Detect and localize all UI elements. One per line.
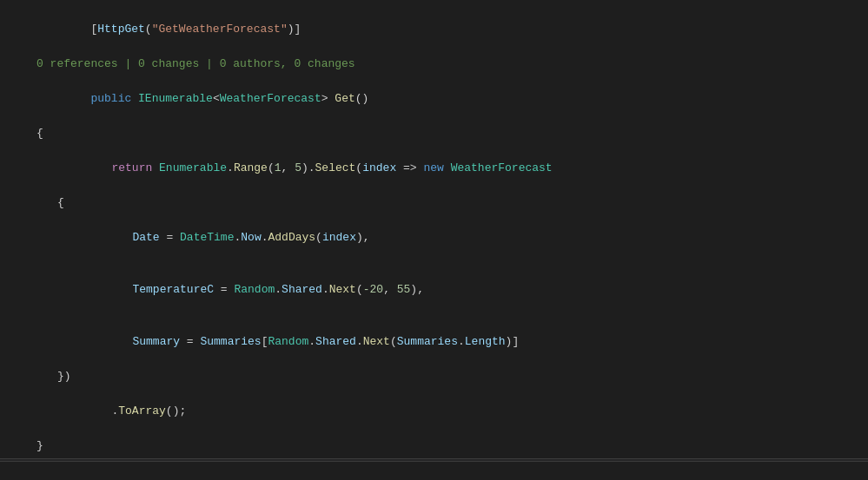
line: [HttpGet("GetNumberOfForecasts/{amount}"… [0, 465, 868, 480]
code-line-content: public IEnumerable<WeatherForecast> Get(… [36, 73, 368, 125]
code-line-content: [HttpGet("GetNumberOfForecasts/{amount}"… [36, 465, 375, 480]
line: { [0, 125, 868, 142]
code-line-content: Summary = Summaries[Random.Shared.Next(S… [36, 316, 519, 368]
code-line-content: { [36, 194, 64, 212]
line: [HttpGet("GetWeatherForecast")] [0, 3, 868, 56]
line: TemperatureC = Random.Shared.Next(-20, 5… [0, 264, 868, 316]
code-line-content: TemperatureC = Random.Shared.Next(-20, 5… [36, 264, 424, 316]
line: } [0, 437, 868, 455]
line: Summary = Summaries[Random.Shared.Next(S… [0, 316, 868, 368]
code-editor: [HttpGet("GetWeatherForecast")] 0 refere… [0, 0, 868, 480]
code-line-content: } [36, 437, 43, 455]
line: Date = DateTime.Now.AddDays(index), [0, 212, 868, 264]
line-meta: 0 references | 0 changes | 0 authors, 0 … [0, 56, 868, 73]
code-block-2: [HttpGet("GetNumberOfForecasts/{amount}"… [0, 462, 868, 480]
code-line-content: Date = DateTime.Now.AddDays(index), [36, 212, 370, 264]
code-line-content: return Enumerable.Range(1, 5).Select(ind… [36, 142, 553, 194]
line: return Enumerable.Range(1, 5).Select(ind… [0, 142, 868, 194]
code-line-content: }) [36, 368, 71, 385]
line: { [0, 194, 868, 212]
meta-references: 0 references | 0 changes | 0 authors, 0 … [36, 56, 355, 73]
code-block-1: [HttpGet("GetWeatherForecast")] 0 refere… [0, 0, 868, 458]
line: .ToArray(); [0, 385, 868, 437]
line: public IEnumerable<WeatherForecast> Get(… [0, 73, 868, 125]
line: }) [0, 368, 868, 385]
code-line-content: .ToArray(); [36, 385, 186, 437]
code-line-content: [HttpGet("GetWeatherForecast")] [36, 3, 301, 56]
code-line-content: { [36, 125, 43, 142]
